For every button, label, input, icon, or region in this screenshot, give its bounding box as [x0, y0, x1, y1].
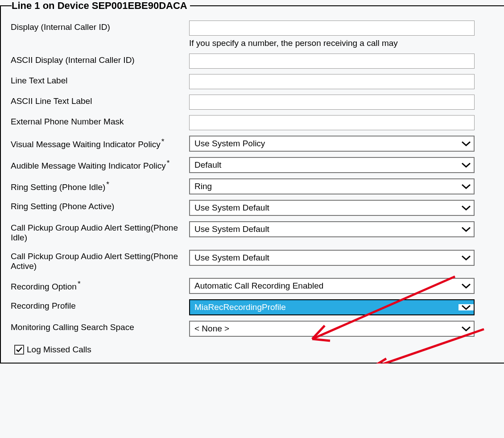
row-pickup-alert-active: Call Pickup Group Audio Alert Setting(Ph…	[11, 250, 504, 273]
row-ascii-line-text-label: ASCII Line Text Label	[11, 95, 504, 110]
label-text-recording-option: Recording Option	[11, 282, 77, 292]
select-text-pickup-alert-idle: Use System Default	[190, 224, 459, 234]
line-device-section: Line 1 on Device SEP001EBE90DACA Display…	[0, 0, 504, 364]
chevron-down-icon	[459, 183, 474, 190]
select-ring-idle[interactable]: Ring	[189, 178, 475, 194]
label-log-missed-calls: Log Missed Calls	[27, 345, 91, 355]
row-external-phone-mask: External Phone Number Mask	[11, 115, 504, 130]
label-line-text-label: Line Text Label	[11, 74, 189, 87]
select-text-recording-profile: MiaRecRecordingProfile	[190, 302, 459, 312]
input-display-caller-id[interactable]	[189, 21, 475, 36]
label-text-am-waiting-policy: Audible Message Waiting Indicator Policy	[11, 161, 166, 170]
row-recording-profile: Recording Profile MiaRecRecordingProfile	[11, 299, 504, 315]
label-display-caller-id: Display (Internal Caller ID)	[11, 21, 189, 34]
label-ascii-line-text-label: ASCII Line Text Label	[11, 95, 189, 108]
row-ring-idle: Ring Setting (Phone Idle)* Ring	[11, 178, 504, 194]
label-ascii-display-caller-id: ASCII Display (Internal Caller ID)	[11, 54, 189, 67]
label-text-ring-idle: Ring Setting (Phone Idle)	[11, 182, 105, 192]
select-text-monitoring-css: < None >	[190, 324, 459, 334]
select-recording-profile[interactable]: MiaRecRecordingProfile	[189, 299, 475, 315]
chevron-down-icon	[459, 304, 474, 310]
select-pickup-alert-active[interactable]: Use System Default	[189, 250, 475, 266]
input-ascii-display-caller-id[interactable]	[189, 54, 475, 69]
chevron-down-icon	[459, 283, 474, 289]
input-line-text-label[interactable]	[189, 74, 475, 89]
row-recording-option: Recording Option* Automatic Call Recordi…	[11, 278, 504, 294]
row-vm-waiting-policy: Visual Message Waiting Indicator Policy*…	[11, 136, 504, 152]
row-ring-active: Ring Setting (Phone Active) Use System D…	[11, 200, 504, 216]
section-legend: Line 1 on Device SEP001EBE90DACA	[12, 0, 190, 12]
label-recording-option: Recording Option*	[11, 278, 189, 293]
label-recording-profile: Recording Profile	[11, 299, 189, 313]
chevron-down-icon	[459, 255, 474, 261]
row-display-caller-id: Display (Internal Caller ID) If you spec…	[11, 21, 504, 48]
check-icon	[16, 346, 23, 353]
chevron-down-icon	[459, 226, 474, 232]
chevron-down-icon	[459, 140, 474, 147]
select-text-ring-idle: Ring	[190, 182, 459, 191]
help-display-caller-id: If you specify a number, the person rece…	[189, 38, 504, 48]
label-pickup-alert-idle: Call Pickup Group Audio Alert Setting(Ph…	[11, 221, 189, 244]
chevron-down-icon	[459, 162, 474, 168]
select-text-vm-waiting-policy: Use System Policy	[190, 139, 459, 149]
row-line-text-label: Line Text Label	[11, 74, 504, 89]
label-pickup-alert-active: Call Pickup Group Audio Alert Setting(Ph…	[11, 250, 189, 273]
select-monitoring-css[interactable]: < None >	[189, 321, 475, 337]
input-external-phone-mask[interactable]	[189, 115, 475, 130]
chevron-down-icon	[459, 205, 474, 211]
required-icon: *	[167, 159, 170, 167]
select-text-pickup-alert-active: Use System Default	[190, 253, 459, 263]
select-pickup-alert-idle[interactable]: Use System Default	[189, 221, 475, 237]
required-icon: *	[78, 280, 81, 288]
required-icon: *	[106, 180, 109, 189]
select-text-am-waiting-policy: Default	[190, 160, 459, 170]
label-monitoring-css: Monitoring Calling Search Space	[11, 321, 189, 334]
row-ascii-display-caller-id: ASCII Display (Internal Caller ID)	[11, 54, 504, 69]
checkbox-log-missed-calls[interactable]	[14, 345, 24, 355]
label-ring-idle: Ring Setting (Phone Idle)*	[11, 178, 189, 194]
row-pickup-alert-idle: Call Pickup Group Audio Alert Setting(Ph…	[11, 221, 504, 244]
select-am-waiting-policy[interactable]: Default	[189, 157, 475, 173]
input-ascii-line-text-label[interactable]	[189, 95, 475, 110]
chevron-down-icon	[459, 326, 474, 332]
label-external-phone-mask: External Phone Number Mask	[11, 115, 189, 128]
select-vm-waiting-policy[interactable]: Use System Policy	[189, 136, 475, 152]
select-ring-active[interactable]: Use System Default	[189, 200, 475, 216]
select-text-recording-option: Automatic Call Recording Enabled	[190, 281, 459, 291]
label-vm-waiting-policy: Visual Message Waiting Indicator Policy*	[11, 136, 189, 151]
row-am-waiting-policy: Audible Message Waiting Indicator Policy…	[11, 157, 504, 173]
label-am-waiting-policy: Audible Message Waiting Indicator Policy…	[11, 157, 189, 173]
required-icon: *	[161, 137, 165, 146]
select-text-ring-active: Use System Default	[190, 203, 459, 213]
row-monitoring-css: Monitoring Calling Search Space < None >	[11, 321, 504, 337]
select-recording-option[interactable]: Automatic Call Recording Enabled	[189, 278, 475, 294]
row-log-missed-calls: Log Missed Calls	[14, 345, 504, 355]
label-text-vm-waiting-policy: Visual Message Waiting Indicator Policy	[11, 140, 161, 149]
label-ring-active: Ring Setting (Phone Active)	[11, 200, 189, 213]
